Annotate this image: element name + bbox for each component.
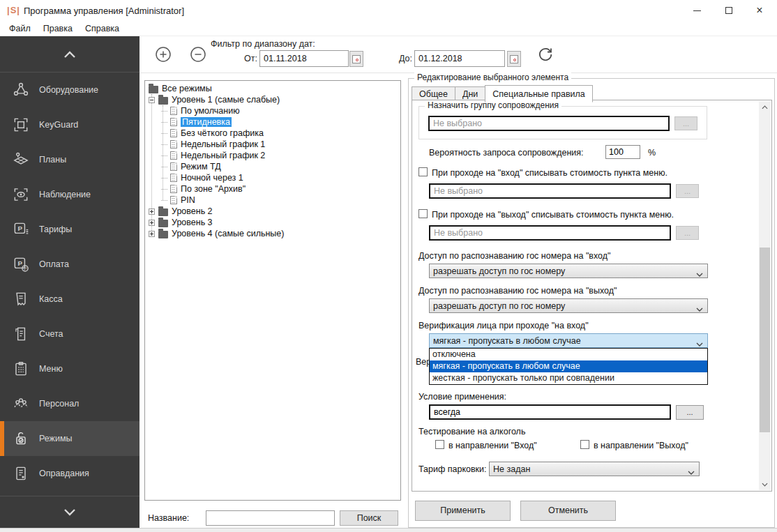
invoice-icon	[12, 325, 30, 343]
tree-root[interactable]: Все режимы	[146, 83, 399, 94]
charge-out-browse-button[interactable]: ...	[676, 226, 699, 240]
refresh-button[interactable]	[536, 45, 555, 64]
minimize-icon	[693, 10, 701, 11]
special-rules-page: Назначить группу сопровождения ... Вероя…	[412, 100, 772, 492]
tab-special-rules[interactable]: Специальные правила	[485, 85, 593, 102]
search-row: Название: Поиск	[144, 510, 401, 526]
vertical-scrollbar[interactable]	[759, 101, 771, 490]
plate-in-select[interactable]: разрешать доступ по гос номеру	[429, 264, 708, 278]
charge-in-browse-button[interactable]: ...	[676, 184, 699, 198]
sidebar-item-payment[interactable]: PP Оплата	[0, 247, 139, 282]
sidebar-item-invoices[interactable]: Счета	[0, 317, 139, 351]
dropdown-option[interactable]: отключена	[430, 349, 707, 360]
zoom-out-button[interactable]	[188, 45, 208, 64]
sidebar-item-modes[interactable]: Режимы	[0, 421, 139, 456]
cancel-button[interactable]: Отменить	[520, 501, 616, 521]
receipt-icon	[12, 290, 30, 308]
charge-in-input[interactable]	[429, 183, 671, 199]
sidebar-item-keyguard[interactable]: KeyGuard	[0, 107, 139, 142]
date-from-input[interactable]	[259, 50, 349, 67]
condition-browse-button[interactable]: ...	[676, 405, 704, 420]
apply-button[interactable]: Применить	[415, 501, 511, 521]
app-icon: |S|	[7, 5, 20, 15]
tree-level3[interactable]: Уровень 3	[146, 217, 399, 228]
menu-bar: Файл Правка Справка	[0, 21, 777, 36]
tree-item[interactable]: Режим ТД	[146, 161, 399, 172]
scroll-up-arrow[interactable]	[759, 101, 771, 113]
collapse-icon[interactable]	[149, 97, 155, 103]
name-search-input[interactable]	[206, 510, 335, 526]
sidebar-item-plans[interactable]: Планы	[0, 142, 139, 177]
face-in-select[interactable]: мягкая - пропускать в любом случае	[429, 333, 708, 348]
charge-in-checkbox[interactable]	[418, 167, 428, 176]
folder-icon	[158, 208, 168, 216]
condition-input[interactable]	[429, 404, 671, 420]
alcohol-in-checkbox[interactable]	[435, 440, 444, 449]
sidebar-item-observation[interactable]: Наблюдение	[0, 177, 139, 212]
document-icon	[170, 185, 177, 193]
alcohol-out-checkbox[interactable]	[580, 440, 589, 449]
tree-item[interactable]: Недельный график 1	[146, 139, 399, 150]
clipboard-icon	[12, 360, 30, 378]
sidebar-item-personnel[interactable]: Персонал	[0, 386, 139, 421]
tree-item-selected[interactable]: Пятидневка	[146, 116, 399, 128]
zoom-in-button[interactable]	[153, 45, 173, 64]
chevron-down-icon	[696, 269, 703, 278]
maximize-button[interactable]	[713, 0, 745, 21]
charge-in-label: При проходе на "вход" списывать стоимост…	[432, 168, 667, 178]
folder-icon	[158, 97, 168, 105]
plate-out-select[interactable]: разрешать доступ по гос номеру	[429, 298, 708, 313]
app-window: |S| Программа управления [Administrator]…	[0, 0, 777, 532]
minimize-button[interactable]	[681, 0, 713, 21]
alcohol-label: Тестирование на алкоголь	[418, 427, 525, 436]
sidebar-item-menu-items[interactable]: Меню	[0, 351, 139, 386]
dropdown-option[interactable]: жесткая - пропускать только при совпаден…	[430, 372, 707, 384]
expand-icon[interactable]	[149, 208, 155, 215]
charge-out-input[interactable]	[429, 225, 671, 241]
document-icon	[170, 196, 177, 204]
menu-file[interactable]: Файл	[3, 22, 37, 35]
date-to-calendar-button[interactable]	[507, 51, 521, 67]
tree-level4[interactable]: Уровень 4 (самые сильные)	[146, 228, 399, 239]
tree-item[interactable]: Недельный график 2	[146, 150, 399, 161]
expand-icon[interactable]	[149, 231, 155, 237]
title-bar: |S| Программа управления [Administrator]…	[0, 0, 777, 21]
tree-level2[interactable]: Уровень 2	[146, 206, 399, 217]
face-in-label: Верификация лица при проходе "на вход"	[418, 321, 589, 330]
close-button[interactable]: ×	[744, 0, 776, 21]
sidebar-scroll-up[interactable]	[0, 36, 139, 73]
probability-label: Вероятность запроса сопровождения:	[429, 148, 584, 158]
scrollbar-thumb[interactable]	[760, 248, 770, 432]
sidebar-item-cashbox[interactable]: Касса	[0, 282, 139, 317]
minus-circle-icon	[189, 45, 207, 63]
tree-item[interactable]: Ночной через 1	[146, 172, 399, 183]
tree-item[interactable]: По умолчанию	[146, 105, 399, 116]
tree-item[interactable]: PIN	[146, 195, 399, 206]
parking-tariff-select[interactable]: Не задан	[489, 462, 700, 476]
escort-group-input[interactable]	[428, 116, 670, 131]
tree-item[interactable]: Без чёткого графика	[146, 128, 399, 139]
sidebar-item-excuses[interactable]: Оправдания	[0, 456, 139, 491]
date-to-input[interactable]	[414, 50, 505, 67]
tree-item[interactable]: По зоне "Архив"	[146, 183, 399, 195]
svg-text:P: P	[17, 225, 22, 232]
search-button[interactable]: Поиск	[340, 510, 398, 526]
date-from-calendar-button[interactable]	[349, 51, 363, 67]
document-icon	[170, 174, 177, 182]
escort-browse-button[interactable]: ...	[674, 116, 697, 130]
expand-icon[interactable]	[149, 220, 155, 226]
people-icon	[12, 395, 30, 413]
edit-panel-title: Редактирование выбранного элемента	[414, 73, 571, 82]
probability-input[interactable]	[605, 145, 640, 159]
dropdown-option-selected[interactable]: мягкая - пропускать в любом случае	[430, 360, 707, 372]
tree-level1[interactable]: Уровень 1 (самые слабые)	[146, 94, 399, 105]
sidebar-item-tariffs[interactable]: P Тарифы	[0, 212, 139, 247]
charge-out-checkbox[interactable]	[418, 209, 428, 218]
sidebar-scroll-down[interactable]	[0, 496, 139, 528]
folder-icon	[158, 231, 168, 238]
menu-edit[interactable]: Правка	[37, 22, 79, 35]
sidebar-spacer	[0, 491, 139, 496]
sidebar-item-equipment[interactable]: Оборудование	[0, 73, 139, 107]
menu-help[interactable]: Справка	[79, 22, 126, 35]
scroll-down-arrow[interactable]	[759, 478, 771, 490]
